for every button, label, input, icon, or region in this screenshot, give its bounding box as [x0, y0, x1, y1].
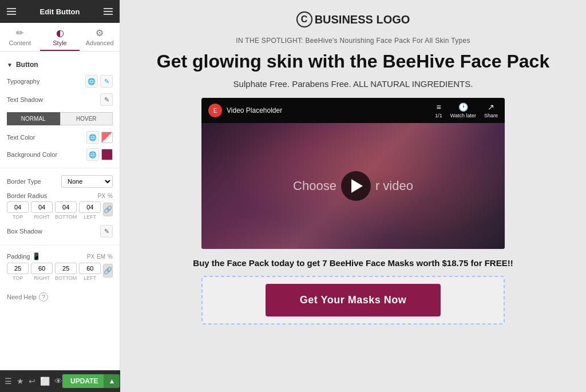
state-hover-btn[interactable]: HOVER	[60, 112, 113, 125]
left-panel: Edit Button ✏ Content ◐ Style ⚙ Advanced…	[0, 0, 120, 392]
tab-advanced[interactable]: ⚙ Advanced	[80, 23, 120, 51]
bottom-menu-icon[interactable]: ☰	[5, 377, 12, 386]
watch-later-label: Watch later	[450, 113, 476, 118]
panel-menu-icon[interactable]	[104, 8, 113, 15]
video-share-ctrl[interactable]: ↗ Share	[484, 102, 498, 118]
border-radius-inputs: TOP RIGHT BOTTOM LEFT	[7, 201, 101, 220]
bottom-star-icon[interactable]: ★	[17, 377, 24, 386]
radius-link-icon[interactable]: 🔗	[103, 203, 113, 216]
box-shadow-row: Box Shadow ✎	[0, 222, 120, 240]
update-button[interactable]: UPDATE	[62, 374, 106, 388]
spotlight-text: IN THE SPOTLIGHT: BeeHive's Nourishing F…	[236, 37, 470, 45]
box-shadow-edit-icon[interactable]: ✎	[100, 225, 113, 237]
text-shadow-label: Text Shadow	[7, 96, 100, 103]
padding-top-input[interactable]	[7, 263, 29, 274]
bottom-icons: ☰ ★ ↩ ⬜ 👁	[5, 377, 62, 386]
padding-bottom-input[interactable]	[55, 263, 77, 274]
content-icon: ✏	[16, 27, 23, 38]
cta-button[interactable]: Get Your Masks Now	[266, 284, 441, 316]
help-icon: ?	[39, 292, 48, 302]
padding-top-label: TOP	[13, 275, 23, 281]
text-color-global-icon[interactable]: 🌐	[86, 131, 99, 144]
border-radius-label: Border Radius	[7, 192, 47, 199]
typography-edit-icon[interactable]: ✎	[100, 75, 113, 88]
padding-left-label: LEFT	[84, 275, 96, 281]
typography-global-icon[interactable]: 🌐	[85, 75, 98, 88]
padding-right-label: RIGHT	[34, 275, 50, 281]
bottom-undo-icon[interactable]: ↩	[29, 377, 35, 386]
radius-right-input[interactable]	[31, 201, 53, 213]
video-counter: 1/1	[435, 113, 442, 118]
text-color-row: Text Color 🌐	[0, 129, 120, 146]
play-button[interactable]	[341, 171, 371, 201]
video-body[interactable]: Choose r video	[201, 123, 505, 249]
cta-text: Buy the Face Pack today to get 7 BeeHive…	[193, 258, 513, 268]
border-radius-unit-px[interactable]: PX	[98, 193, 105, 199]
border-radius-section: Border Radius PX % TOP RIGHT	[0, 190, 120, 222]
video-topbar: E Video Placeholder ≡ 1/1 🕐 Watch later …	[201, 98, 505, 123]
tab-content[interactable]: ✏ Content	[0, 23, 40, 51]
video-choose-left: Choose	[293, 179, 336, 193]
update-dropdown-btn[interactable]: ▲	[104, 374, 120, 388]
panel-title: Edit Button	[39, 7, 80, 16]
box-shadow-controls: ✎	[100, 225, 113, 237]
bg-color-swatch[interactable]	[101, 149, 113, 160]
padding-unit-pct[interactable]: %	[108, 254, 113, 260]
tab-style-label: Style	[53, 39, 66, 46]
padding-right-input[interactable]	[31, 263, 53, 274]
padding-unit-px[interactable]: PX	[87, 254, 94, 260]
logo: C BUSINESS LOGO	[296, 11, 410, 27]
border-type-label: Border Type	[7, 178, 61, 185]
radius-left-wrap: LEFT	[79, 201, 101, 220]
border-type-select[interactable]: None Solid Dashed Dotted	[61, 175, 113, 188]
text-color-controls: 🌐	[86, 131, 113, 144]
padding-label-row: Padding 📱 PX EM %	[7, 252, 113, 260]
watch-later-icon: 🕐	[458, 102, 468, 112]
section-label: Button	[16, 61, 38, 69]
text-shadow-controls: ✎	[100, 93, 113, 106]
radius-left-input[interactable]	[79, 201, 101, 213]
padding-left-wrap: LEFT	[79, 263, 101, 281]
typography-controls: 🌐 ✎	[85, 75, 113, 88]
play-triangle-icon	[351, 179, 363, 193]
text-color-swatch[interactable]	[101, 132, 113, 143]
bg-color-label: Background Color	[7, 151, 86, 158]
bg-color-global-icon[interactable]: 🌐	[86, 148, 99, 161]
divider-2	[0, 245, 120, 246]
need-help-label: Need Help	[7, 294, 37, 300]
share-icon: ↗	[488, 102, 494, 112]
padding-bottom-label: BOTTOM	[55, 275, 77, 281]
share-label: Share	[484, 113, 498, 118]
radius-bottom-input[interactable]	[55, 201, 77, 213]
bg-color-controls: 🌐	[86, 148, 113, 161]
border-radius-label-row: Border Radius PX %	[7, 192, 113, 199]
video-title: Video Placeholder	[227, 106, 282, 114]
right-content: C BUSINESS LOGO IN THE SPOTLIGHT: BeeHiv…	[120, 0, 586, 392]
hamburger-menu-icon[interactable]	[7, 8, 16, 15]
need-help-row[interactable]: Need Help ?	[0, 283, 120, 311]
border-radius-unit-pct[interactable]: %	[108, 193, 113, 199]
video-queue-ctrl[interactable]: ≡ 1/1	[435, 102, 442, 118]
video-topbar-left: E Video Placeholder	[208, 104, 282, 117]
padding-link-icon[interactable]: 🔗	[103, 264, 113, 278]
section-button[interactable]: ▼ Button	[0, 57, 120, 72]
padding-left-input[interactable]	[79, 263, 101, 274]
radius-top-input[interactable]	[7, 201, 29, 213]
sub-heading: Sulphate Free. Parabens Free. ALL NATURA…	[233, 79, 473, 89]
bottom-device-icon[interactable]: ⬜	[40, 377, 50, 386]
bottom-eye-icon[interactable]: 👁	[54, 377, 62, 386]
state-normal-btn[interactable]: NORMAL	[7, 112, 60, 125]
padding-label: Padding	[7, 253, 30, 260]
logo-area: C BUSINESS LOGO	[137, 11, 569, 27]
queue-icon: ≡	[436, 102, 441, 112]
cta-button-wrap: Get Your Masks Now	[201, 276, 505, 324]
padding-unit-em[interactable]: EM	[97, 254, 105, 260]
radius-top-wrap: TOP	[7, 201, 29, 220]
radius-top-label: TOP	[13, 214, 23, 220]
tab-style[interactable]: ◐ Style	[40, 23, 80, 51]
text-shadow-edit-icon[interactable]: ✎	[100, 93, 113, 106]
video-watch-later-ctrl[interactable]: 🕐 Watch later	[450, 102, 476, 118]
bg-color-row: Background Color 🌐	[0, 146, 120, 163]
text-shadow-row: Text Shadow ✎	[0, 90, 120, 109]
radius-left-label: LEFT	[84, 214, 96, 220]
